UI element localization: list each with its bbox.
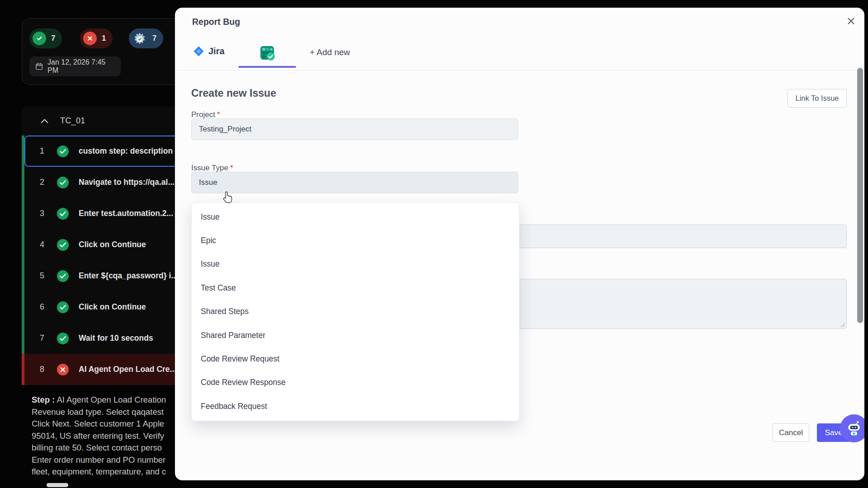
failed-count-badge[interactable]: 1 [80,28,113,48]
passed-count-badge[interactable]: 7 [29,28,62,48]
cancel-button[interactable]: Cancel [773,423,809,442]
step-passed-icon [57,270,69,282]
report-bug-modal: Report Bug Jira + Add new [175,8,864,480]
link-to-issue-button[interactable]: Link To Issue [788,89,847,108]
step-number: 1 [37,146,47,156]
tab-add-new[interactable]: + Add new [310,47,350,57]
screen: 7 1 ⚙ 7 Jan 12, 2026 7:45 PM TC_01 [0,0,868,488]
step-passed-icon [57,239,69,251]
issue-type-value: Issue [199,178,217,187]
gear-check-icon [137,36,143,42]
dropdown-option[interactable]: Issue [192,253,519,276]
tabs-divider [175,70,864,70]
dropdown-option[interactable]: Code Review Request [192,347,519,371]
dropdown-option[interactable]: Shared Parameter [192,324,519,347]
dropdown-option[interactable]: Epic [192,229,519,252]
step-number: 6 [37,302,47,312]
step-number: 3 [37,209,47,218]
tab-jira-label: Jira [208,46,225,56]
step-passed-icon [57,208,69,220]
step-passed-icon [57,333,69,344]
automated-count-badge[interactable]: ⚙ 7 [129,28,163,48]
check-icon [33,32,46,45]
test-case-id: TC_01 [60,116,85,126]
modal-title: Report Bug [192,17,240,27]
step-passed-icon [57,301,69,313]
gear-icon: ⚙ [132,31,147,46]
step-text: Click on Continue [79,240,146,249]
step-number: 5 [37,271,47,281]
project-select[interactable]: Testing_Project [191,118,518,140]
resize-handle-icon[interactable] [840,323,845,327]
step-text: custom step: description [79,146,173,156]
horizontal-scrollbar[interactable] [47,483,68,487]
dropdown-option[interactable]: Shared Steps [192,300,519,324]
create-issue-heading: Create new Issue [191,87,276,99]
step-passed-icon [57,145,69,157]
step-text: Navigate to https://qa.al... [79,178,175,187]
jira-icon [193,46,204,57]
step-text: Enter ${cqa_password} i... [79,271,178,281]
chevron-up-icon [41,119,48,123]
assistant-button[interactable] [840,414,864,442]
modal-scrollbar[interactable] [857,68,863,323]
cross-icon [83,32,97,45]
step-passed-icon [57,177,69,188]
step-number: 7 [37,333,47,343]
calendar-icon [35,62,43,70]
tab-jira[interactable]: Jira [193,46,225,57]
dropdown-option[interactable]: Test Case [192,276,519,300]
dropdown-option[interactable]: Issue [192,205,519,229]
failed-count: 1 [102,34,106,43]
step-text: AI Agent Open Load Cre... [79,365,176,374]
close-button[interactable] [845,15,857,27]
issue-type-dropdown: Issue Epic Issue Test Case Shared Steps … [191,202,519,421]
required-asterisk: * [217,110,220,119]
issue-type-label: Issue Type* [191,164,233,173]
step-description-label: Step : [32,395,55,404]
test-tool-icon [259,45,276,62]
run-timestamp: Jan 12, 2026 7:45 PM [47,58,115,75]
tab-add-new-label: + Add new [310,47,350,57]
tab-test-tool[interactable] [259,45,276,62]
passed-count: 7 [51,34,55,43]
step-failed-icon [57,364,69,375]
dropdown-option[interactable]: Code Review Response [192,371,519,394]
issue-type-select[interactable]: Issue [191,172,518,193]
step-number: 2 [37,178,47,187]
step-text: Enter test.automation.2... [79,209,173,218]
run-timestamp-chip[interactable]: Jan 12, 2026 7:45 PM [29,56,121,76]
project-value: Testing_Project [199,125,251,134]
step-text: Click on Continue [79,302,146,312]
automated-count: 7 [152,34,156,43]
project-label: Project* [191,110,220,119]
mouse-cursor-icon [222,190,234,204]
step-text: Wait for 10 seconds [79,333,153,343]
step-description: Step : AI Agent Open Load Creation Reven… [32,394,175,480]
step-number: 4 [37,240,47,249]
robot-icon [846,420,862,436]
required-asterisk: * [230,164,233,172]
close-icon [847,17,855,25]
step-number: 8 [37,365,47,374]
dropdown-option[interactable]: Feedback Request [192,394,519,418]
active-tab-indicator [238,66,296,68]
